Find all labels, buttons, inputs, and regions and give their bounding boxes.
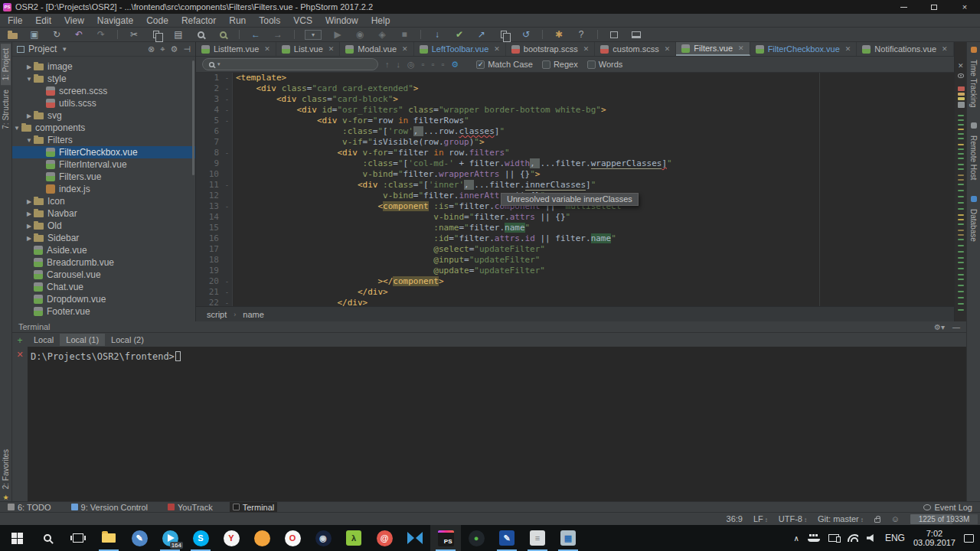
fold-marker[interactable]: - bbox=[222, 180, 233, 191]
avatar-app-icon[interactable]: ● bbox=[461, 525, 492, 551]
project-header-button-3[interactable]: ⊣ bbox=[183, 44, 191, 54]
search-input[interactable]: ▾ bbox=[202, 58, 378, 70]
stripe-mark[interactable] bbox=[958, 297, 964, 298]
toolwindow-button-6-todo[interactable]: 6: TODO bbox=[5, 502, 54, 513]
language-indicator[interactable]: ENG bbox=[885, 533, 905, 543]
close-session-icon[interactable]: ✕ bbox=[16, 350, 23, 358]
search-button[interactable] bbox=[32, 525, 63, 551]
stripe-mark[interactable] bbox=[958, 262, 964, 263]
orange-app-icon[interactable] bbox=[247, 525, 277, 551]
stripe-mark[interactable] bbox=[958, 168, 964, 170]
fold-marker[interactable]: - bbox=[222, 148, 233, 158]
close-button[interactable]: × bbox=[949, 0, 980, 14]
checkbox-checked-icon[interactable]: ✓ bbox=[476, 60, 485, 69]
chevron-down-icon[interactable]: ▼ bbox=[12, 125, 21, 132]
tab-listitem-vue[interactable]: ListItem.vue✕ bbox=[196, 42, 276, 56]
menu-refactor[interactable]: Refactor bbox=[181, 15, 216, 26]
vcs-push-button[interactable]: ↗ bbox=[475, 28, 488, 41]
stripe-mark[interactable] bbox=[958, 234, 964, 236]
stripe-mark[interactable] bbox=[958, 144, 964, 145]
docker-tray-icon[interactable] bbox=[808, 533, 820, 543]
menu-view[interactable]: View bbox=[64, 15, 84, 26]
spiral-app-icon[interactable]: @ bbox=[369, 525, 400, 551]
menu-edit[interactable]: Edit bbox=[35, 15, 51, 26]
fold-marker[interactable]: - bbox=[222, 73, 233, 83]
tree-item-chat-vue[interactable]: Chat.vue bbox=[12, 281, 195, 293]
stripe-mark[interactable] bbox=[958, 153, 964, 155]
tree-item-filters[interactable]: ▼Filters bbox=[12, 134, 195, 146]
tree-item-navbar[interactable]: ▶Navbar bbox=[12, 207, 195, 220]
stripe-button-remote-host[interactable]: Remote Host bbox=[969, 122, 978, 184]
tab-lefttoolbar-vue[interactable]: LeftToolbar.vue✕ bbox=[414, 42, 506, 56]
tree-item-screen-scss[interactable]: screen.scss bbox=[12, 85, 195, 97]
stripe-mark[interactable] bbox=[958, 184, 964, 185]
tab-bootstrap-scss[interactable]: bootstrap.scss✕ bbox=[506, 42, 595, 56]
design-app-icon[interactable]: ✎ bbox=[492, 525, 522, 551]
lock-icon[interactable] bbox=[874, 518, 880, 523]
tab-close-icon[interactable]: ✕ bbox=[402, 45, 408, 53]
stripe-mark[interactable] bbox=[958, 268, 964, 269]
inspect-code-button[interactable]: ✱ bbox=[553, 28, 565, 41]
open-button[interactable] bbox=[6, 28, 18, 41]
menu-tools[interactable]: Tools bbox=[259, 15, 280, 26]
phpstorm-icon[interactable]: PS bbox=[430, 525, 461, 551]
drawing-app-icon[interactable]: ✎ bbox=[124, 525, 155, 551]
stripe-button-time-tracking[interactable]: Time Tracking bbox=[969, 47, 978, 112]
action-center-icon[interactable] bbox=[964, 534, 974, 543]
debug-button[interactable]: ◉ bbox=[354, 28, 366, 41]
filter-search-button-1[interactable]: ▫ bbox=[422, 60, 425, 69]
tree-item-dropdown-vue[interactable]: Dropdown.vue bbox=[12, 293, 195, 305]
toolwindow-button-9-version-control[interactable]: 9: Version Control bbox=[68, 502, 151, 513]
notes-app-icon[interactable]: ≡ bbox=[522, 525, 553, 551]
stripe-mark[interactable] bbox=[958, 148, 964, 150]
stripe-mark[interactable] bbox=[958, 303, 964, 305]
menu-code[interactable]: Code bbox=[146, 15, 168, 26]
fold-marker[interactable]: - bbox=[222, 201, 233, 212]
menu-run[interactable]: Run bbox=[229, 15, 246, 26]
visual-studio-icon[interactable] bbox=[400, 525, 430, 551]
forward-button[interactable]: → bbox=[272, 28, 284, 41]
tab-close-icon[interactable]: ✕ bbox=[942, 45, 948, 53]
terminal-settings-icon[interactable]: ⚙▾ bbox=[934, 323, 945, 331]
run-config-selector[interactable]: ▾ bbox=[305, 28, 322, 41]
stripe-mark[interactable] bbox=[958, 274, 964, 276]
wifi-icon[interactable] bbox=[848, 534, 858, 542]
stripe-button-1-project[interactable]: 1: Project bbox=[1, 44, 11, 85]
tab-modal-vue[interactable]: Modal.vue✕ bbox=[340, 42, 413, 56]
tab-close-icon[interactable]: ✕ bbox=[845, 45, 851, 53]
chevron-right-icon[interactable]: ▶ bbox=[24, 64, 34, 70]
fold-marker[interactable]: - bbox=[222, 105, 233, 116]
redo-button[interactable]: ↷ bbox=[95, 28, 107, 41]
search-settings-button[interactable]: ⚙ bbox=[451, 60, 459, 70]
tree-item-filters-vue[interactable]: Filters.vue bbox=[12, 171, 195, 183]
stripe-button-7-structure[interactable]: 7: Structure bbox=[1, 85, 11, 134]
stripe-summary-mark[interactable] bbox=[958, 97, 965, 100]
tab-close-icon[interactable]: ✕ bbox=[264, 45, 270, 53]
stripe-mark[interactable] bbox=[958, 279, 964, 280]
find-button[interactable] bbox=[194, 28, 207, 41]
stripe-mark[interactable] bbox=[958, 174, 964, 176]
tab-close-icon[interactable]: ✕ bbox=[494, 45, 500, 53]
memory-indicator[interactable]: 1225 of 1933M bbox=[910, 514, 978, 524]
cut-button[interactable]: ✂ bbox=[128, 28, 140, 41]
tab-close-icon[interactable]: ✕ bbox=[738, 44, 744, 52]
maximize-button[interactable] bbox=[919, 0, 949, 14]
project-header-button-2[interactable]: ⚙ bbox=[171, 44, 178, 54]
restore-layout-button[interactable] bbox=[608, 28, 620, 41]
tab-close-icon[interactable]: ✕ bbox=[665, 45, 671, 53]
tab-close-icon[interactable]: ✕ bbox=[328, 45, 335, 53]
tree-item-style[interactable]: ▼style bbox=[12, 73, 195, 85]
filter-search-button-3[interactable]: ▫ bbox=[441, 60, 444, 69]
search-history-dropdown-icon[interactable]: ▾ bbox=[217, 61, 220, 67]
tree-item-old[interactable]: ▶Old bbox=[12, 220, 195, 232]
checkbox-icon[interactable] bbox=[587, 60, 596, 69]
replace-button[interactable] bbox=[217, 28, 229, 41]
project-header-button-0[interactable]: ⊗ bbox=[148, 44, 155, 54]
stripe-mark[interactable] bbox=[958, 309, 964, 311]
skype-icon[interactable]: S bbox=[185, 525, 216, 551]
tree-item-image[interactable]: ▶image bbox=[12, 60, 195, 73]
clock[interactable]: 7:02 03.09.2017 bbox=[913, 529, 956, 547]
tree-item-breadcrumb-vue[interactable]: Breadcrumb.vue bbox=[12, 256, 195, 269]
file-explorer-icon[interactable] bbox=[93, 525, 124, 551]
vcs-commit-button[interactable]: ✔ bbox=[453, 28, 466, 41]
